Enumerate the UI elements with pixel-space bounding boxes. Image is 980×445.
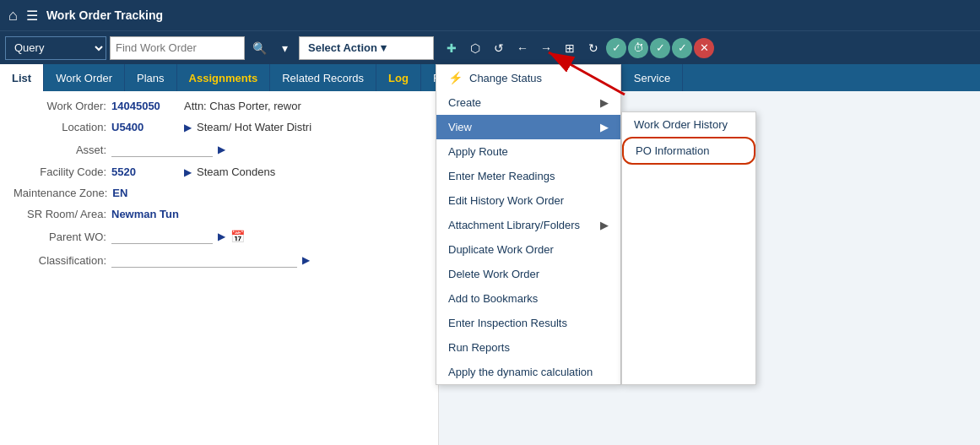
change-status-icon: ⚡ (448, 71, 463, 84)
dropdown-dynamic-calc[interactable]: Apply the dynamic calculation (436, 360, 620, 384)
facility-code-value: 5520 (111, 166, 179, 178)
select-action-label: Select Action (308, 41, 377, 54)
bookmarks-label: Add to Bookmarks (448, 292, 538, 305)
parent-wo-arrow[interactable]: ▶ (218, 231, 225, 242)
select-action-dropdown: ⚡ Change Status Create ▶ View ▶ Apply Ro… (436, 64, 756, 385)
facility-code-row: Facility Code: 5520 ▶ Steam Condens (14, 166, 425, 178)
clock-icon[interactable]: ⏱ (628, 38, 648, 58)
classification-label: Classification: (14, 254, 106, 267)
tab-related-records[interactable]: Related Records (270, 64, 376, 91)
left-panel: Work Order: 14045050 Attn: Chas Porter, … (0, 91, 439, 445)
select-action-button[interactable]: Select Action ▾ (299, 36, 434, 60)
parent-wo-label: Parent WO: (14, 231, 106, 243)
check-icon[interactable]: ✓ (606, 38, 626, 58)
inspection-label: Enter Inspection Results (448, 317, 567, 329)
duplicate-label: Duplicate Work Order (448, 243, 554, 256)
dropdown-view[interactable]: View ▶ (436, 115, 620, 139)
run-reports-label: Run Reports (448, 341, 510, 354)
submenu-po-information[interactable]: PO Information (622, 137, 755, 165)
maintenance-zone-value: EN (112, 187, 180, 199)
dropdown-attachment[interactable]: Attachment Library/Folders ▶ (436, 213, 620, 237)
asset-label: Asset: (14, 144, 106, 156)
forward-icon[interactable]: → (535, 37, 557, 59)
add-icon[interactable]: ✚ (441, 37, 463, 59)
attachment-label: Attachment Library/Folders (448, 219, 580, 231)
app-title: Work Order Tracking (46, 8, 163, 22)
toolbar: Query 🔍 ▾ Select Action ▾ ✚ ⬡ ↺ ← → ⊞ ↻ … (0, 30, 980, 64)
dynamic-calc-label: Apply the dynamic calculation (448, 366, 593, 378)
location-desc: Steam/ Hot Water Distri (197, 121, 365, 133)
work-order-label: Work Order: (14, 100, 106, 112)
sr-room-value: Newman Tun (111, 208, 179, 220)
create-label: Create (448, 96, 481, 109)
tab-assignments[interactable]: Assignments (177, 64, 271, 91)
select-action-chevron: ▾ (381, 41, 387, 54)
facility-code-label: Facility Code: (14, 166, 106, 178)
reset-icon[interactable]: ↻ (582, 37, 604, 59)
dropdown-duplicate[interactable]: Duplicate Work Order (436, 237, 620, 262)
asset-value[interactable] (111, 142, 213, 157)
facility-code-arrow[interactable]: ▶ (184, 166, 192, 178)
classification-arrow[interactable]: ▶ (302, 254, 310, 266)
delete-label: Delete Work Order (448, 268, 539, 280)
bookmark-icon[interactable]: ⬡ (464, 37, 486, 59)
toolbar-right-icons: ✚ ⬡ ↺ ← → ⊞ ↻ ✓ ⏱ ✓ ✓ ✕ (441, 37, 714, 59)
classification-value[interactable] (111, 252, 297, 268)
find-work-order-input[interactable] (110, 36, 245, 60)
parent-wo-value[interactable] (111, 229, 213, 244)
dropdown-run-reports[interactable]: Run Reports (436, 335, 620, 360)
attachment-submenu-arrow: ▶ (600, 219, 609, 231)
dropdown-apply-route[interactable]: Apply Route (436, 139, 620, 164)
dropdown-inspection[interactable]: Enter Inspection Results (436, 311, 620, 335)
view-submenu-arrow: ▶ (600, 121, 609, 133)
work-order-row: Work Order: 14045050 Attn: Chas Porter, … (14, 100, 425, 112)
refresh-icon[interactable]: ↺ (488, 37, 510, 59)
create-submenu-arrow: ▶ (600, 96, 609, 109)
dropdown-button[interactable]: ▾ (273, 37, 295, 59)
query-select[interactable]: Query (5, 36, 106, 60)
edit-history-label: Edit History Work Order (448, 194, 564, 207)
work-order-desc: Attn: Chas Porter, rewor (184, 100, 353, 112)
classification-row: Classification: ▶ (14, 252, 425, 268)
tab-plans[interactable]: Plans (125, 64, 177, 91)
asset-row: Asset: ▶ (14, 142, 425, 157)
dropdown-edit-history[interactable]: Edit History Work Order (436, 188, 620, 213)
parent-wo-row: Parent WO: ▶ 📅 (14, 229, 425, 244)
dropdown-menu: ⚡ Change Status Create ▶ View ▶ Apply Ro… (436, 64, 621, 385)
home-icon[interactable]: ⌂ (8, 7, 18, 24)
tab-list[interactable]: List (0, 64, 44, 91)
change-status-label: Change Status (469, 72, 542, 84)
submenu-work-order-history[interactable]: Work Order History (622, 112, 755, 137)
apply-route-label: Apply Route (448, 145, 508, 158)
back-icon[interactable]: ← (512, 37, 533, 59)
asset-arrow[interactable]: ▶ (218, 144, 225, 155)
location-arrow[interactable]: ▶ (184, 122, 192, 133)
location-value: U5400 (111, 121, 179, 133)
dropdown-delete[interactable]: Delete Work Order (436, 262, 620, 286)
maintenance-zone-row: Maintenance Zone: EN (14, 187, 425, 199)
menu-icon[interactable]: ☰ (26, 8, 38, 24)
enter-meter-label: Enter Meter Readings (448, 170, 555, 182)
view-label: View (448, 121, 472, 133)
sr-room-label: SR Room/ Area: (14, 208, 106, 220)
sr-room-row: SR Room/ Area: Newman Tun (14, 208, 425, 220)
facility-code-desc: Steam Condens (197, 166, 365, 178)
parent-wo-calendar[interactable]: 📅 (230, 230, 245, 243)
grid-icon[interactable]: ⊞ (559, 37, 581, 59)
dropdown-change-status[interactable]: ⚡ Change Status (436, 65, 620, 90)
approve-icon[interactable]: ✓ (650, 38, 670, 58)
tab-work-order[interactable]: Work Order (44, 64, 125, 91)
tab-log[interactable]: Log (376, 64, 421, 91)
work-order-value: 14045050 (111, 100, 179, 112)
dropdown-create[interactable]: Create ▶ (436, 90, 620, 115)
location-label: Location: (14, 121, 106, 133)
location-row: Location: U5400 ▶ Steam/ Hot Water Distr… (14, 121, 425, 133)
complete-icon[interactable]: ✓ (672, 38, 692, 58)
dropdown-enter-meter[interactable]: Enter Meter Readings (436, 164, 620, 188)
dropdown-bookmarks[interactable]: Add to Bookmarks (436, 286, 620, 311)
maintenance-zone-label: Maintenance Zone: (14, 187, 107, 199)
search-button[interactable]: 🔍 (248, 37, 270, 59)
view-submenu: Work Order History PO Information (621, 111, 756, 385)
top-bar: ⌂ ☰ Work Order Tracking (0, 0, 980, 30)
close-icon[interactable]: ✕ (694, 38, 714, 58)
